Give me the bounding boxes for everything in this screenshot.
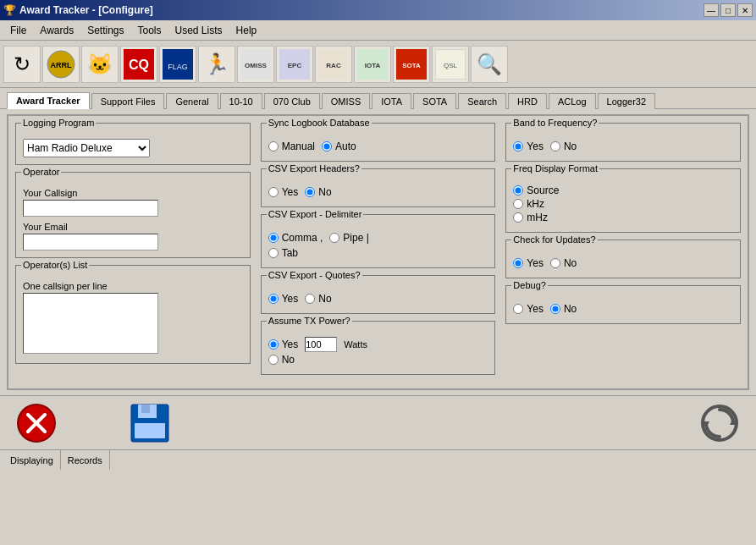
svg-text:OMISS: OMISS [245,62,267,69]
toolbar-search[interactable]: 🔍 [471,46,508,83]
band-freq-no-radio[interactable] [550,141,560,151]
csv-delimiter-label: CSV Export - Delimiter [267,209,364,219]
debug-no-radio[interactable] [550,304,560,314]
updates-yes-radio[interactable] [513,258,523,268]
tab-award-tracker[interactable]: Award Tracker [7,92,90,109]
sync-auto-radio[interactable] [322,141,332,151]
toolbar-arrl[interactable]: ARRL [42,46,80,83]
band-freq-no[interactable]: No [550,140,577,152]
toolbar-rac[interactable]: RAC [315,46,352,83]
toolbar-flag[interactable]: FLAG [159,46,196,83]
bottom-toolbar [0,395,756,449]
debug-no[interactable]: No [550,303,577,315]
tx-power-no[interactable]: No [268,354,488,366]
csv-headers-yes-radio[interactable] [268,187,279,197]
toolbar-cat[interactable]: 🐱 [81,46,119,83]
freq-mhz-radio[interactable] [513,212,523,223]
sync-auto-option[interactable]: Auto [322,140,356,152]
debug-yes-radio[interactable] [513,304,523,314]
maximize-button[interactable]: □ [720,3,736,17]
band-freq-label: Band to Frequency? [511,118,599,128]
tab-1010[interactable]: 10-10 [220,93,262,109]
menu-settings[interactable]: Settings [80,23,130,38]
operators-list-textarea[interactable] [23,293,158,354]
menu-awards[interactable]: Awards [33,23,80,38]
freq-khz-option[interactable]: kHz [513,198,733,210]
freq-source-option[interactable]: Source [513,184,733,196]
tx-power-yes-radio[interactable] [268,339,279,350]
status-records: Records [61,450,110,470]
updates-no-radio[interactable] [550,258,560,268]
freq-source-radio[interactable] [513,185,523,195]
tx-power-yes[interactable]: Yes [268,339,299,350]
logging-program-select[interactable]: Ham Radio Deluxe Log4OM ACLog Logger32 [23,139,150,157]
toolbar-refresh[interactable]: ↻ [3,46,41,83]
toolbar-cq[interactable]: CQ [120,46,157,83]
tab-070-club[interactable]: 070 Club [264,93,320,109]
csv-headers-no[interactable]: No [305,186,331,198]
tab-aclog[interactable]: ACLog [549,93,596,109]
tab-omiss[interactable]: OMISS [322,93,370,109]
toolbar-epc[interactable]: EPC [276,46,313,83]
menu-tools[interactable]: Tools [131,23,168,38]
csv-pipe-radio[interactable] [329,233,339,243]
tab-hrd[interactable]: HRD [508,93,547,109]
toolbar-iota[interactable]: IOTA [354,46,391,83]
menu-help[interactable]: Help [229,23,264,38]
minimize-button[interactable]: — [704,3,719,17]
status-bar: Displaying Records [0,449,756,470]
tab-sota[interactable]: SOTA [413,93,456,109]
refresh-button[interactable] [697,400,742,446]
csv-tab-option[interactable]: Tab [268,247,488,259]
watts-label: Watts [344,339,367,350]
status-displaying: Displaying [3,450,61,470]
csv-quotes-no[interactable]: No [305,293,331,305]
tab-logger32[interactable]: Logger32 [598,93,656,109]
csv-comma-radio[interactable] [268,233,279,243]
freq-mhz-option[interactable]: mHz [513,212,733,223]
cancel-button[interactable] [14,400,59,446]
toolbar-omiss[interactable]: OMISS [237,46,274,83]
email-input[interactable] [23,234,158,250]
csv-quotes-no-radio[interactable] [305,294,315,304]
operator-group: Operator Your Callsign Your Email [15,172,251,258]
tab-support-files[interactable]: Support Files [91,93,165,109]
band-freq-yes[interactable]: Yes [513,140,544,152]
sync-manual-option[interactable]: Manual [268,140,315,152]
updates-no[interactable]: No [550,257,577,269]
csv-quotes-yes-radio[interactable] [268,294,279,304]
csv-headers-yes[interactable]: Yes [268,186,299,198]
toolbar-card[interactable]: QSL [432,46,469,83]
tab-general[interactable]: General [166,93,218,109]
tx-power-no-radio[interactable] [268,355,279,365]
toolbar-figure[interactable]: 🏃 [198,46,235,83]
toolbar: ↻ ARRL 🐱 CQ FLAG 🏃 OMISS EPC RAC IOTA SO… [0,41,756,88]
logging-program-label: Logging Program [21,118,96,128]
menu-used-lists[interactable]: Used Lists [168,23,229,38]
sync-logbook-label: Sync Logbook Database [267,118,372,128]
close-button[interactable]: ✕ [737,3,753,17]
debug-yes[interactable]: Yes [513,303,544,315]
csv-comma-option[interactable]: Comma , [268,232,323,244]
band-freq-yes-radio[interactable] [513,141,523,151]
operators-list-hint: One callsign per line [23,281,243,291]
menu-file[interactable]: File [3,23,33,38]
svg-text:CQ: CQ [129,58,149,72]
sync-manual-radio[interactable] [268,141,279,151]
freq-khz-radio[interactable] [513,199,523,209]
toolbar-sota[interactable]: SOTA [393,46,430,83]
csv-tab-radio[interactable] [268,248,279,258]
svg-rect-24 [135,423,165,438]
csv-pipe-option[interactable]: Pipe | [329,232,368,244]
tab-iota[interactable]: IOTA [372,93,411,109]
updates-yes[interactable]: Yes [513,257,544,269]
debug-label: Debug? [511,280,548,290]
csv-comma-label: Comma , [282,232,323,244]
callsign-input[interactable] [23,200,158,217]
save-button[interactable] [127,400,173,446]
csv-headers-no-radio[interactable] [305,187,315,197]
tx-power-input[interactable] [305,337,337,352]
csv-quotes-yes[interactable]: Yes [268,293,299,305]
email-label: Your Email [23,222,243,232]
tab-search[interactable]: Search [458,93,506,109]
